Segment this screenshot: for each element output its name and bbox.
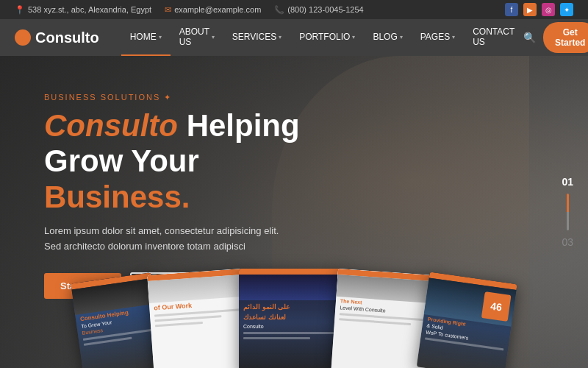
nav-pages[interactable]: PAGES ▾ bbox=[412, 19, 464, 56]
mockup-3: على النمو الدائم لعنانك تساعدك Consulto bbox=[239, 269, 342, 368]
search-icon[interactable]: 🔍 bbox=[523, 32, 536, 43]
top-bar-info: 📍 538 xyz.st., abc, Alexandria, Egypt ✉ … bbox=[15, 5, 364, 15]
nav-contact[interactable]: CONTACT US bbox=[464, 19, 523, 56]
hero-title-line2-orange: Business. bbox=[44, 180, 190, 214]
hero-subtitle: BUSINESS SOLUTIONS ✦ bbox=[44, 93, 353, 102]
hero-description: Lorem ipsum dolor sit amet, consectetur … bbox=[44, 224, 353, 255]
nav-links: HOME ▾ ABOUT US ▾ SERVICES ▾ PORTFOLIO ▾… bbox=[121, 19, 523, 56]
logo[interactable]: Consulto bbox=[15, 29, 99, 46]
facebook-icon[interactable]: f bbox=[505, 3, 518, 16]
mockup-5: 46 Providing Right & Solid WoP To custom… bbox=[417, 272, 517, 368]
slide-progress-line bbox=[567, 194, 569, 230]
slide-current: 01 bbox=[562, 176, 573, 188]
chevron-down-icon: ▾ bbox=[159, 34, 162, 40]
slide-next: 03 bbox=[562, 236, 573, 248]
address: 📍 538 xyz.st., abc, Alexandria, Egypt bbox=[15, 5, 151, 15]
chevron-down-icon: ▾ bbox=[452, 34, 455, 40]
nav-about[interactable]: ABOUT US ▾ bbox=[171, 19, 223, 56]
instagram-icon[interactable]: ◎ bbox=[542, 3, 555, 16]
chevron-down-icon: ▾ bbox=[212, 34, 215, 40]
mockup-2: of Our Work bbox=[147, 269, 249, 368]
logo-icon bbox=[15, 29, 31, 46]
email: ✉ example@example.com bbox=[165, 5, 261, 15]
nav-home[interactable]: HOME ▾ bbox=[121, 19, 171, 56]
phone-icon: 📞 bbox=[274, 5, 284, 15]
navbar: Consulto HOME ▾ ABOUT US ▾ SERVICES ▾ PO… bbox=[0, 19, 588, 56]
logo-text: Consulto bbox=[35, 29, 99, 46]
mockup-badge: 46 bbox=[481, 291, 512, 322]
top-bar: 📍 538 xyz.st., abc, Alexandria, Egypt ✉ … bbox=[0, 0, 588, 19]
social-links: f ▶ ◎ ✦ bbox=[505, 3, 573, 16]
nav-portfolio[interactable]: PORTFOLIO ▾ bbox=[290, 19, 364, 56]
nav-actions: 🔍 Get Started bbox=[523, 22, 588, 53]
chevron-down-icon: ▾ bbox=[352, 34, 355, 40]
nav-blog[interactable]: BLOG ▾ bbox=[364, 19, 411, 56]
get-started-button[interactable]: Get Started bbox=[543, 22, 588, 53]
hero-section: BUSINESS SOLUTIONS ✦ Consulto Helping Gr… bbox=[0, 56, 588, 368]
hero-title-brand: Consulto bbox=[44, 108, 178, 143]
phone: 📞 (800) 123-0045-1254 bbox=[274, 5, 363, 15]
mockup-devices: Consulto Helping To Grow Your Business o… bbox=[0, 258, 588, 368]
hero-title-line2-white: Grow Your bbox=[44, 144, 199, 178]
chevron-down-icon: ▾ bbox=[279, 34, 282, 40]
youtube-icon[interactable]: ▶ bbox=[523, 3, 537, 16]
hero-title-rest1: Helping bbox=[187, 108, 300, 143]
hero-title: Consulto Helping Grow Your Business. bbox=[44, 108, 353, 215]
nav-services[interactable]: SERVICES ▾ bbox=[223, 19, 290, 56]
location-icon: 📍 bbox=[15, 5, 25, 15]
email-icon: ✉ bbox=[165, 5, 171, 15]
slide-indicators: 01 03 bbox=[562, 176, 573, 248]
twitter-icon[interactable]: ✦ bbox=[560, 3, 573, 16]
chevron-down-icon: ▾ bbox=[400, 34, 403, 40]
